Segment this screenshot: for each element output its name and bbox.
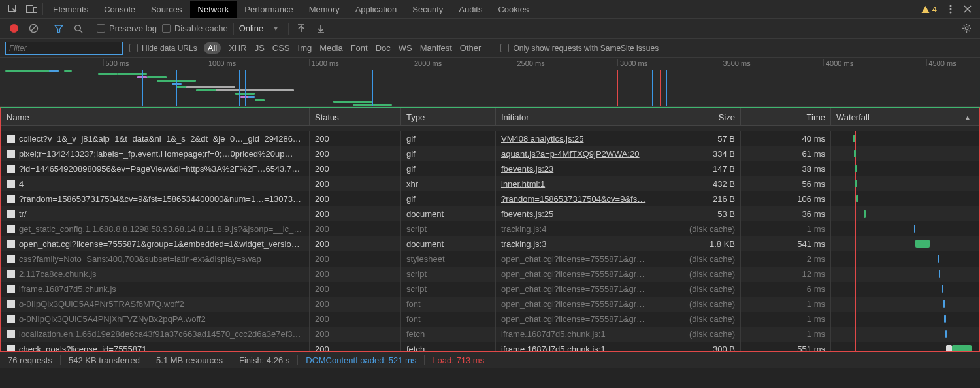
close-devtools-icon[interactable]	[959, 1, 976, 18]
table-row[interactable]: o-0NIpQlx3QUlC5A4PNjXhFVZNyBx2pqPA.woff2…	[1, 312, 979, 327]
preserve-log-checkbox[interactable]: Preserve log	[97, 24, 157, 33]
cell-initiator[interactable]: iframe.1687d7d5.chunk.js:1	[496, 342, 649, 351]
cell-status: 200	[310, 327, 401, 342]
tab-performance[interactable]: Performance	[237, 1, 301, 18]
cell-initiator[interactable]: fbevents.js:23	[496, 161, 649, 176]
table-row[interactable]: open_chat.cgi?license=7555871&group=1&em…	[1, 236, 979, 251]
filter-type-css[interactable]: CSS	[272, 43, 290, 53]
svg-point-12	[965, 27, 968, 30]
svg-point-8	[75, 25, 81, 31]
cell-initiator[interactable]: open_chat.cgi?license=7555871&gr…	[496, 267, 649, 282]
device-toolbar-icon[interactable]	[22, 0, 41, 18]
col-name[interactable]: Name	[1, 108, 310, 125]
table-row[interactable]: collect?v=1&_v=j81&aip=1&t=data&ni=1&_s=…	[1, 131, 979, 146]
table-row[interactable]: pixel;r=1342413237;labels=_fp.event.Home…	[1, 146, 979, 161]
filter-type-js[interactable]: JS	[255, 43, 265, 53]
filter-type-font[interactable]: Font	[351, 43, 368, 53]
cell-name: o-0NIpQlx3QUlC5A4PNjXhFVZNyBx2pqPA.woff2	[1, 312, 310, 327]
cell-name: open_chat.cgi?license=7555871&group=1&em…	[1, 236, 310, 251]
cell-initiator[interactable]: open_chat.cgi?license=7555871&gr…	[496, 251, 649, 267]
record-button[interactable]	[7, 24, 21, 33]
table-row[interactable]: tr/200documentfbevents.js:2553 B36 ms	[1, 206, 979, 221]
tab-security[interactable]: Security	[404, 1, 451, 18]
search-icon[interactable]	[71, 24, 86, 33]
cell-size: (disk cache)	[649, 251, 741, 267]
col-initiator[interactable]: Initiator	[496, 108, 649, 125]
tab-memory[interactable]: Memory	[301, 1, 348, 18]
col-type[interactable]: Type	[401, 108, 496, 125]
cell-waterfall	[831, 206, 979, 221]
download-icon[interactable]	[314, 24, 328, 33]
tab-audits[interactable]: Audits	[451, 1, 490, 18]
hide-data-urls-checkbox[interactable]: Hide data URLs	[129, 44, 197, 53]
cell-initiator[interactable]: aquant.js?a=p-4MfTXQ9jP2WWA:20	[496, 146, 649, 161]
svg-rect-1	[26, 6, 33, 13]
cell-name: pixel;r=1342413237;labels=_fp.event.Home…	[1, 146, 310, 161]
file-icon	[7, 195, 15, 203]
timeline-tick: 3500 ms	[721, 59, 751, 66]
timeline-tick: 1000 ms	[206, 59, 236, 66]
filter-type-doc[interactable]: Doc	[376, 43, 391, 53]
table-row[interactable]: get_static_config.1.1.688.8.8.1298.58.93…	[1, 221, 979, 236]
cell-initiator[interactable]: ?random=1586537317504&cv=9&fs…	[496, 191, 649, 206]
throttling-select[interactable]: Online	[239, 24, 264, 33]
tab-application[interactable]: Application	[348, 1, 405, 18]
table-row[interactable]: 2.117ca8ce.chunk.js200scriptopen_chat.cg…	[1, 267, 979, 282]
table-row[interactable]: ?id=1446549208980956&ev=PageView&dl=http…	[1, 161, 979, 176]
samesite-checkbox[interactable]: Only show requests with SameSite issues	[500, 44, 659, 53]
tab-sources[interactable]: Sources	[143, 1, 190, 18]
table-row[interactable]: localization.en.1.66d19e28de6ca43f91a37c…	[1, 327, 979, 342]
tab-network[interactable]: Network	[190, 1, 237, 18]
col-waterfall[interactable]: Waterfall▲	[831, 108, 979, 125]
cell-initiator[interactable]: iframe.1687d7d5.chunk.js:1	[496, 327, 649, 342]
tab-elements[interactable]: Elements	[45, 1, 96, 18]
cell-type: script	[401, 221, 496, 236]
settings-gear-icon[interactable]	[959, 24, 973, 33]
filter-type-all[interactable]: All	[204, 42, 221, 54]
filter-input[interactable]	[5, 42, 123, 55]
cell-initiator[interactable]: tracking.js:3	[496, 236, 649, 251]
table-row[interactable]: o-0IIpQlx3QUlC5A4PNr5TRASf6M7Q.woff2200f…	[1, 297, 979, 312]
cell-initiator[interactable]: open_chat.cgi?license=7555871&gr…	[496, 312, 649, 327]
cell-initiator[interactable]: open_chat.cgi?license=7555871&gr…	[496, 297, 649, 312]
filter-toggle-icon[interactable]	[52, 24, 66, 33]
filter-type-media[interactable]: Media	[319, 43, 342, 53]
cell-size: 1.8 KB	[649, 236, 741, 251]
clear-button[interactable]	[26, 24, 41, 33]
filter-type-manifest[interactable]: Manifest	[420, 43, 452, 53]
filter-type-img[interactable]: Img	[298, 43, 312, 53]
chevron-down-icon[interactable]: ▼	[269, 25, 283, 32]
timeline-tick: 3000 ms	[617, 59, 647, 66]
cell-name: localization.en.1.66d19e28de6ca43f91a37c…	[1, 327, 310, 342]
cell-type: font	[401, 312, 496, 327]
cell-initiator[interactable]: fbevents.js:25	[496, 206, 649, 221]
col-size[interactable]: Size	[649, 108, 741, 125]
cell-initiator[interactable]: open_chat.cgi?license=7555871&gr…	[496, 282, 649, 297]
inspect-element-icon[interactable]	[4, 0, 22, 18]
file-icon	[7, 270, 15, 278]
timeline-overview[interactable]: 500 ms1000 ms1500 ms2000 ms2500 ms3000 m…	[0, 58, 980, 107]
upload-icon[interactable]	[294, 24, 308, 33]
col-time[interactable]: Time	[741, 108, 831, 125]
cell-initiator[interactable]: tracking.js:4	[496, 221, 649, 236]
filter-type-ws[interactable]: WS	[399, 43, 412, 53]
cell-waterfall	[831, 191, 979, 206]
warnings-badge[interactable]: 4	[921, 5, 937, 14]
disable-cache-checkbox[interactable]: Disable cache	[162, 24, 228, 33]
cell-time: 12 ms	[741, 267, 831, 282]
cell-initiator[interactable]: VM408 analytics.js:25	[496, 131, 649, 146]
tab-cookies[interactable]: Cookies	[490, 1, 536, 18]
more-options-icon[interactable]	[942, 1, 959, 18]
table-row[interactable]: check_goals?license_id=7555871200fetchif…	[1, 342, 979, 351]
table-row[interactable]: ?random=1586537317504&cv=9&fst=158653440…	[1, 191, 979, 206]
table-row[interactable]: iframe.1687d7d5.chunk.js200scriptopen_ch…	[1, 282, 979, 297]
filter-type-other[interactable]: Other	[460, 43, 482, 53]
table-row[interactable]: css?family=Noto+Sans:400,700&subset=lati…	[1, 251, 979, 267]
col-status[interactable]: Status	[310, 108, 401, 125]
cell-size: 216 B	[649, 191, 741, 206]
cell-type: font	[401, 297, 496, 312]
filter-type-xhr[interactable]: XHR	[229, 43, 246, 53]
table-row[interactable]: 4200xhrinner.html:1432 B56 ms	[1, 176, 979, 191]
tab-console[interactable]: Console	[96, 1, 143, 18]
cell-initiator[interactable]: inner.html:1	[496, 176, 649, 191]
